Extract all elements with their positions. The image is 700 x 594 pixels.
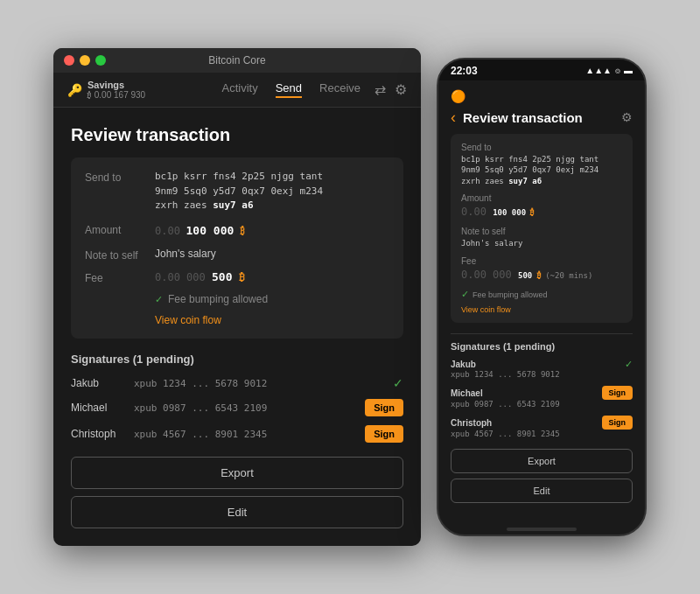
sig-row-christoph: Christoph xpub 4567 ... 8901 2345 Sign xyxy=(71,425,403,443)
phone-export-button[interactable]: Export xyxy=(451,449,633,473)
sig-key-jakub: xpub 1234 ... 5678 9012 xyxy=(134,378,386,389)
sig-status-jakub: ✓ xyxy=(393,376,403,390)
tab-activity[interactable]: Activity xyxy=(221,81,257,98)
window-content: Review transaction Send to bc1p ksrr fns… xyxy=(53,108,421,546)
transaction-box: Send to bc1p ksrr fns4 2p25 njgg tant 9n… xyxy=(71,157,403,339)
phone-sign-button-christoph[interactable]: Sign xyxy=(602,416,634,430)
note-label: Note to self xyxy=(85,248,155,262)
fee-row: Fee 0.00 000 500 ₿ xyxy=(85,270,389,284)
page-title: Review transaction xyxy=(71,125,403,145)
amount-dim: 0.00 xyxy=(155,225,180,237)
phone-sig-key-michael: xpub 0987 ... 6543 2109 xyxy=(451,400,633,409)
window-title: Bitcoin Core xyxy=(208,54,265,66)
sig-name-michael: Michael xyxy=(71,402,134,414)
connect-icon[interactable]: ⇄ xyxy=(374,81,386,98)
check-icon-jakub: ✓ xyxy=(393,376,403,390)
send-to-row: Send to bc1p ksrr fns4 2p25 njgg tant 9n… xyxy=(85,170,389,213)
tab-send[interactable]: Send xyxy=(276,81,302,98)
minimize-button[interactable] xyxy=(80,55,90,66)
window-nav: 🔑 Savings ₿ 0.00 167 930 Activity Send R… xyxy=(53,73,421,108)
sig-row-jakub: Jakub xpub 1234 ... 5678 9012 ✓ xyxy=(71,376,403,390)
phone-sig-name-michael: Michael xyxy=(451,388,483,398)
signatures-section: Signatures (1 pending) Jakub xpub 1234 .… xyxy=(71,353,403,443)
signatures-title: Signatures (1 pending) xyxy=(71,353,403,366)
signal-icon: ▲▲▲ xyxy=(585,66,612,75)
phone-sign-button-michael[interactable]: Sign xyxy=(602,386,634,400)
action-buttons: Export Edit xyxy=(71,457,403,528)
phone-home-indicator xyxy=(507,528,577,531)
amount-label: Amount xyxy=(85,222,155,240)
tab-receive[interactable]: Receive xyxy=(319,81,360,98)
back-button[interactable]: ‹ xyxy=(451,108,456,127)
export-button[interactable]: Export xyxy=(71,457,403,489)
sign-button-christoph[interactable]: Sign xyxy=(365,425,403,443)
phone-sig-row-christoph: Christoph Sign xpub 4567 ... 8901 2345 xyxy=(451,416,633,438)
phone-fee-bump-check-icon: ✓ xyxy=(461,289,469,300)
phone-sig-row-jakub: Jakub ✓ xpub 1234 ... 5678 9012 xyxy=(451,359,633,379)
fee-bump-check-icon: ✓ xyxy=(155,294,163,305)
wallet-icon: 🔑 xyxy=(67,83,82,97)
maximize-button[interactable] xyxy=(95,55,106,66)
amount-bold-value: 100 000 xyxy=(186,224,234,237)
phone-sig-header-christoph: Christoph Sign xyxy=(451,416,633,430)
phone-edit-button[interactable]: Edit xyxy=(451,479,633,503)
wallet-info: 🔑 Savings ₿ 0.00 167 930 xyxy=(67,80,145,100)
phone-fee-bump-row: ✓ Fee bumping allowed xyxy=(461,289,622,300)
phone-note-label: Note to self xyxy=(461,227,622,236)
phone-send-to-label: Send to xyxy=(461,143,622,152)
phone-amount-row: Amount 0.00 100 000 ₿ xyxy=(461,193,622,220)
settings-icon[interactable]: ⚙ xyxy=(395,81,407,98)
battery-icon: ▬ xyxy=(624,66,633,75)
phone-signatures-title: Signatures (1 pending) xyxy=(451,341,633,352)
sig-key-michael: xpub 0987 ... 6543 2109 xyxy=(134,402,358,414)
phone-check-icon-jakub: ✓ xyxy=(625,359,633,370)
phone-action-buttons: Export Edit xyxy=(451,449,633,503)
phone-view-coin-flow[interactable]: View coin flow xyxy=(461,305,622,314)
phone-content: 🟠 ‹ Review transaction ⚙ Send to bc1p ks… xyxy=(438,80,645,521)
fee-value: 0.00 000 500 ₿ xyxy=(155,270,245,284)
amount-value: 0.00 100 000 ₿ xyxy=(155,222,389,240)
divider xyxy=(451,333,633,334)
sig-status-michael: Sign xyxy=(365,399,403,416)
sig-row-michael: Michael xpub 0987 ... 6543 2109 Sign xyxy=(71,399,403,416)
sig-name-christoph: Christoph xyxy=(71,428,134,440)
phone-sig-header-michael: Michael Sign xyxy=(451,386,633,400)
phone-settings-icon[interactable]: ⚙ xyxy=(621,110,633,124)
phone-amount-value: 0.00 100 000 ₿ xyxy=(461,205,622,220)
phone-sig-key-christoph: xpub 4567 ... 8901 2345 xyxy=(451,430,633,438)
phone-send-to-row: Send to bc1p ksrr fns4 2p25 njgg tant 9n… xyxy=(461,143,622,187)
phone-transaction-box: Send to bc1p ksrr fns4 2p25 njgg tant 9n… xyxy=(451,134,633,324)
wifi-icon: ⌾ xyxy=(615,66,620,75)
phone-send-to-address: bc1p ksrr fns4 2p25 njgg tant 9nm9 5sq0 … xyxy=(461,154,622,187)
edit-button[interactable]: Edit xyxy=(71,496,403,528)
phone-fee-bump-label: Fee bumping allowed xyxy=(472,290,548,299)
phone-fee-row: Fee 0.00 000 500 ₿ (~20 mins) xyxy=(461,256,622,283)
phone-page-title: Review transaction xyxy=(463,110,583,125)
phone-note-value: John's salary xyxy=(461,238,622,249)
wallet-balance: ₿ 0.00 167 930 xyxy=(88,90,145,100)
mobile-phone: 22:03 ▲▲▲ ⌾ ▬ 🟠 ‹ Review transaction ⚙ S… xyxy=(437,58,647,537)
phone-sig-header-jakub: Jakub ✓ xyxy=(451,359,633,370)
fee-bump-row: ✓ Fee bumping allowed xyxy=(155,293,389,305)
phone-signatures-section: Signatures (1 pending) Jakub ✓ xpub 1234… xyxy=(451,341,633,438)
fee-bump-label: Fee bumping allowed xyxy=(168,293,268,305)
nav-tabs: Activity Send Receive xyxy=(221,81,360,98)
window-titlebar: Bitcoin Core xyxy=(53,48,421,73)
send-to-address: bc1p ksrr fns4 2p25 njgg tant 9nm9 5sq0 … xyxy=(155,170,389,213)
view-coin-flow[interactable]: View coin flow xyxy=(155,314,389,326)
sign-button-michael[interactable]: Sign xyxy=(365,399,403,416)
sig-status-christoph: Sign xyxy=(365,425,403,443)
phone-note-row: Note to self John's salary xyxy=(461,227,622,249)
status-icons: ▲▲▲ ⌾ ▬ xyxy=(585,66,633,75)
phone-sig-key-jakub: xpub 1234 ... 5678 9012 xyxy=(451,370,633,379)
status-time: 22:03 xyxy=(451,65,478,77)
phone-status-bar: 22:03 ▲▲▲ ⌾ ▬ xyxy=(438,59,645,80)
phone-sig-name-jakub: Jakub xyxy=(451,360,476,369)
phone-sig-row-michael: Michael Sign xpub 0987 ... 6543 2109 xyxy=(451,386,633,409)
send-to-label: Send to xyxy=(85,170,155,213)
btc-symbol: ₿ xyxy=(240,226,245,237)
phone-nav: ‹ Review transaction ⚙ xyxy=(451,108,633,127)
traffic-lights xyxy=(64,55,106,66)
desktop-window: Bitcoin Core 🔑 Savings ₿ 0.00 167 930 Ac… xyxy=(53,48,421,546)
close-button[interactable] xyxy=(64,55,74,66)
